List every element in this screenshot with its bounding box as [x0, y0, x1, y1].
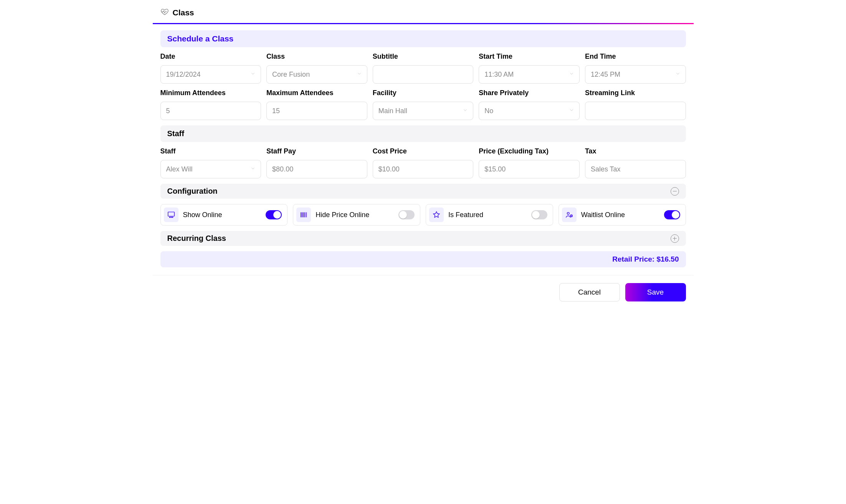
label-start-time: Start Time [479, 53, 580, 61]
config-hide-price-label: Hide Price Online [316, 211, 369, 219]
footer-actions: Cancel Save [153, 275, 694, 309]
label-price-ex-tax: Price (Excluding Tax) [479, 147, 580, 155]
label-min-attendees: Minimum Attendees [160, 89, 261, 97]
label-end-time: End Time [585, 53, 686, 61]
label-tax: Tax [585, 147, 686, 155]
expand-recurring-button[interactable] [671, 234, 679, 243]
label-staff-pay: Staff Pay [266, 147, 367, 155]
svg-point-4 [567, 212, 569, 215]
section-config-label: Configuration [167, 187, 218, 196]
section-staff-title: Staff [160, 125, 686, 142]
page-title: Class [173, 8, 194, 17]
retail-price-value: $16.50 [656, 255, 679, 263]
svg-point-1 [169, 217, 170, 218]
cost-price-input[interactable] [373, 160, 474, 178]
svg-rect-0 [168, 212, 174, 216]
barcode-icon [296, 208, 311, 222]
svg-point-2 [171, 217, 172, 218]
section-schedule-title: Schedule a Class [160, 30, 686, 47]
label-streaming-link: Streaming Link [585, 89, 686, 97]
config-show-online-label: Show Online [183, 211, 222, 219]
price-ex-tax-input[interactable] [479, 160, 580, 178]
toggle-is-featured[interactable] [531, 210, 547, 219]
svg-point-3 [172, 217, 173, 218]
section-recurring-title-row: Recurring Class [160, 231, 686, 246]
label-facility: Facility [373, 89, 474, 97]
label-class: Class [266, 53, 367, 61]
retail-price-label: Retail Price: [612, 255, 654, 263]
config-is-featured-label: Is Featured [448, 211, 483, 219]
config-hide-price: Hide Price Online [293, 204, 420, 226]
section-config-title-row: Configuration [160, 184, 686, 199]
cancel-button[interactable]: Cancel [559, 283, 620, 301]
retail-price-bar: Retail Price: $16.50 [160, 251, 686, 267]
config-waitlist-online: Waitlist Online [558, 204, 686, 226]
start-time-select[interactable] [479, 65, 580, 84]
toggle-hide-price[interactable] [398, 210, 415, 219]
config-waitlist-label: Waitlist Online [581, 211, 625, 219]
label-subtitle: Subtitle [373, 53, 474, 61]
min-attendees-input[interactable] [160, 102, 261, 120]
label-staff: Staff [160, 147, 261, 155]
staff-select[interactable] [160, 160, 261, 178]
end-time-select[interactable] [585, 65, 686, 84]
star-icon [429, 208, 444, 222]
toggle-show-online[interactable] [266, 210, 282, 219]
label-max-attendees: Maximum Attendees [266, 89, 367, 97]
section-staff-label: Staff [167, 129, 184, 138]
max-attendees-input[interactable] [266, 102, 367, 120]
streaming-link-input[interactable] [585, 102, 686, 120]
staff-pay-input[interactable] [266, 160, 367, 178]
class-select[interactable] [266, 65, 367, 84]
label-date: Date [160, 53, 261, 61]
page-header: Class [153, 0, 694, 23]
subtitle-input[interactable] [373, 65, 474, 84]
online-class-icon [164, 208, 178, 222]
save-button[interactable]: Save [625, 283, 686, 301]
config-is-featured: Is Featured [426, 204, 553, 226]
facility-select[interactable] [373, 102, 474, 120]
share-privately-select[interactable] [479, 102, 580, 120]
tax-input[interactable] [585, 160, 686, 178]
label-share-privately: Share Privately [479, 89, 580, 97]
waitlist-icon [562, 208, 577, 222]
label-cost-price: Cost Price [373, 147, 474, 155]
heart-pulse-icon [160, 8, 169, 18]
section-recurring-label: Recurring Class [167, 234, 226, 243]
date-select[interactable] [160, 65, 261, 84]
collapse-config-button[interactable] [671, 187, 679, 196]
config-show-online: Show Online [160, 204, 288, 226]
toggle-waitlist-online[interactable] [664, 210, 680, 219]
